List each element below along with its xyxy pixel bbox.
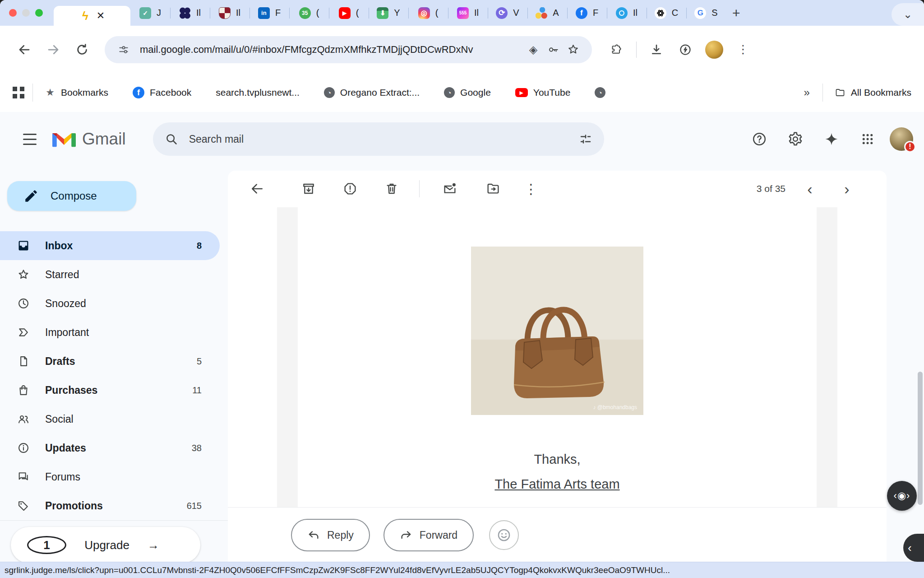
- tab-judgeme[interactable]: ✓J: [130, 3, 170, 23]
- zoom-window-button[interactable]: [35, 9, 43, 17]
- gemini-sparkle-icon[interactable]: [818, 125, 845, 153]
- bookmark-untitled[interactable]: ◔: [595, 87, 605, 98]
- star-icon: [17, 268, 30, 281]
- gmail-body: Compose Inbox 8 Starred Snoozed: [0, 166, 924, 563]
- password-key-icon[interactable]: [543, 40, 563, 60]
- bookmark-bookmarks[interactable]: ★ Bookmarks: [45, 87, 108, 98]
- move-to-folder-icon[interactable]: [477, 173, 509, 205]
- sidebar-item-drafts[interactable]: Drafts 5: [0, 347, 220, 376]
- sidebar-item-social[interactable]: Social: [0, 405, 220, 434]
- new-tab-button[interactable]: +: [732, 5, 740, 21]
- tag-icon: [17, 499, 30, 512]
- search-mail-input[interactable]: Search mail: [153, 122, 604, 156]
- performance-icon[interactable]: [673, 37, 698, 62]
- close-window-button[interactable]: [9, 9, 17, 17]
- search-icon[interactable]: [157, 125, 185, 153]
- close-tab-icon[interactable]: ✕: [97, 10, 105, 22]
- active-tab-gmail[interactable]: ϟ ✕: [54, 6, 130, 26]
- main-menu-hamburger-icon[interactable]: [17, 129, 42, 149]
- minimize-window-button[interactable]: [22, 9, 30, 17]
- handbag-product-image[interactable]: ♪ @bmohandbags: [471, 247, 643, 415]
- four-dots-favicon-icon: [179, 7, 191, 19]
- sidebar-item-updates[interactable]: Updates 38: [0, 434, 220, 462]
- reading-mode-icon[interactable]: ◈: [523, 40, 543, 60]
- mark-unread-icon[interactable]: [434, 173, 466, 205]
- gmail-logo[interactable]: Gmail: [52, 130, 126, 149]
- tab-video-downloader[interactable]: ⬇Y: [369, 3, 408, 23]
- forward-arrow-icon: [400, 529, 412, 541]
- floating-widget-button[interactable]: ‹◉›: [887, 481, 917, 511]
- clock-icon: [17, 297, 30, 310]
- signature-team-link[interactable]: The Fatima Arts team: [494, 477, 619, 492]
- lightning-favicon-icon: ϟ: [79, 10, 91, 22]
- bookmark-tvplus[interactable]: search.tvplusnewt...: [216, 87, 300, 98]
- tab-fourdots[interactable]: Il: [170, 3, 210, 23]
- delete-trash-icon[interactable]: [376, 173, 407, 205]
- tab-search-chevron-button[interactable]: ⌄: [892, 3, 924, 26]
- sidebar-item-snoozed[interactable]: Snoozed: [0, 289, 220, 318]
- tab-sss[interactable]: 555Il: [448, 3, 488, 23]
- tab-facebook[interactable]: fF: [567, 3, 607, 23]
- chatgpt-knot-favicon-icon: [655, 7, 666, 19]
- tab-linkedin[interactable]: inF: [249, 3, 289, 23]
- site-settings-tune-icon[interactable]: [114, 40, 134, 60]
- sidebar-item-forums[interactable]: Forums: [0, 462, 220, 491]
- bookmark-star-icon[interactable]: [563, 40, 583, 60]
- reply-button[interactable]: Reply: [291, 519, 370, 551]
- tab-google[interactable]: GS: [686, 3, 726, 23]
- forward-button[interactable]: Forward: [383, 519, 474, 551]
- help-icon[interactable]: [745, 125, 773, 153]
- more-options-kebab-icon[interactable]: ⋮: [515, 173, 547, 205]
- archive-icon[interactable]: [293, 173, 324, 205]
- extensions-puzzle-icon[interactable]: [604, 37, 629, 62]
- emoji-reaction-button[interactable]: [489, 520, 519, 550]
- browser-menu-icon[interactable]: ⋮: [730, 37, 756, 62]
- all-bookmarks-button[interactable]: All Bookmarks: [835, 87, 911, 98]
- forward-icon[interactable]: [41, 37, 66, 62]
- address-bar[interactable]: mail.google.com/mail/u/0/#inbox/FMfcgzQd…: [105, 36, 592, 63]
- older-message-icon[interactable]: ›: [834, 176, 859, 201]
- settings-gear-icon[interactable]: [781, 125, 809, 153]
- bookmark-google[interactable]: ◔ Google: [444, 87, 491, 98]
- bookmark-youtube[interactable]: ▶ YouTube: [515, 87, 571, 98]
- page-scrollbar-thumb[interactable]: [918, 372, 923, 505]
- tricolor-dots-favicon-icon: [536, 7, 547, 19]
- tab-tricolor[interactable]: A: [527, 3, 567, 23]
- back-icon[interactable]: [12, 37, 37, 62]
- tab-35[interactable]: 35(: [289, 3, 329, 23]
- bookmarks-divider: [32, 84, 33, 102]
- tab-instagram[interactable]: ◎(: [408, 3, 448, 23]
- tab-youtube[interactable]: ▶(: [329, 3, 369, 23]
- search-filters-tune-icon[interactable]: [572, 125, 600, 153]
- url-text[interactable]: mail.google.com/mail/u/0/#inbox/FMfcgzQd…: [140, 44, 523, 56]
- downloads-icon[interactable]: [644, 37, 669, 62]
- bookmark-oregano[interactable]: ◔ Oregano Extract:...: [324, 87, 420, 98]
- profile-avatar[interactable]: [702, 37, 727, 62]
- tab-sync[interactable]: ⟳V: [488, 3, 527, 23]
- sidebar-item-starred[interactable]: Starred: [0, 260, 220, 289]
- sidebar-item-promotions[interactable]: Promotions 615: [0, 491, 220, 520]
- youtube-favicon-icon: ▶: [339, 7, 351, 19]
- search-placeholder: Search mail: [189, 133, 572, 145]
- reply-arrow-icon: [307, 529, 320, 541]
- compose-button[interactable]: Compose: [7, 181, 136, 211]
- back-to-inbox-icon[interactable]: [241, 173, 273, 205]
- newer-message-icon[interactable]: ‹: [797, 176, 822, 201]
- reload-icon[interactable]: [69, 37, 95, 62]
- apps-grid-icon[interactable]: [13, 87, 24, 98]
- sidebar-item-important[interactable]: Important: [0, 318, 220, 347]
- star-icon: ★: [45, 87, 55, 98]
- email-content: ♪ @bmohandbags Thanks, The Fatima Arts t…: [298, 207, 817, 507]
- google-apps-grid-icon[interactable]: [854, 125, 882, 153]
- sidebar-item-inbox[interactable]: Inbox 8: [0, 231, 220, 260]
- tab-crest[interactable]: Il: [210, 3, 249, 23]
- account-avatar[interactable]: !: [890, 127, 913, 151]
- status-bar-link-preview: sgrlink.judge.me/ls/click?upn=u001.CCLu7…: [0, 562, 924, 578]
- tab-chatgpt[interactable]: C: [647, 3, 686, 23]
- bookmarks-overflow-icon[interactable]: »: [804, 86, 809, 99]
- bookmark-facebook[interactable]: f Facebook: [133, 87, 191, 98]
- upgrade-button[interactable]: 1 Upgrade →: [11, 527, 200, 563]
- report-spam-icon[interactable]: [334, 173, 366, 205]
- tab-chat[interactable]: Il: [607, 3, 647, 23]
- sidebar-item-purchases[interactable]: Purchases 11: [0, 376, 220, 405]
